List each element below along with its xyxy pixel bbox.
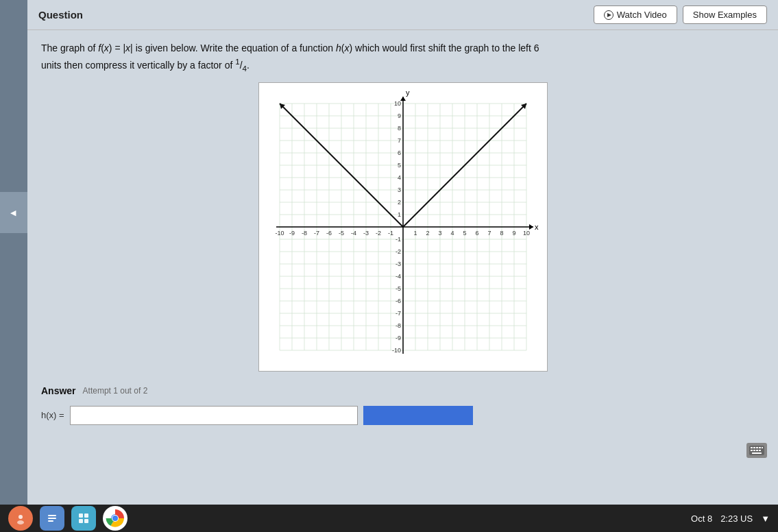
watch-video-button[interactable]: Watch Video <box>594 5 677 24</box>
header-buttons: Watch Video Show Examples <box>594 5 767 24</box>
svg-rect-19 <box>48 520 53 522</box>
math-prefix: h(x) = <box>41 410 64 420</box>
svg-marker-1 <box>607 13 611 17</box>
show-examples-label: Show Examples <box>693 10 757 20</box>
svg-rect-18 <box>48 518 56 519</box>
watch-video-label: Watch Video <box>617 10 667 20</box>
main-container: Question Watch Video Show Examples The g… <box>27 0 778 505</box>
taskbar-right: Oct 8 2:23 US ▼ <box>691 513 770 524</box>
content-area: The graph of f(x) = |x| is given below. … <box>27 30 778 378</box>
svg-rect-9 <box>753 450 755 451</box>
svg-rect-5 <box>756 447 758 448</box>
play-icon <box>604 10 613 20</box>
svg-point-28 <box>112 516 118 521</box>
svg-rect-22 <box>84 513 88 518</box>
taskbar: Oct 8 2:23 US ▼ <box>0 505 778 532</box>
app-taskbar-icon[interactable] <box>71 506 96 531</box>
header: Question Watch Video Show Examples <box>27 0 778 30</box>
answer-input-area: h(x) = <box>27 406 778 425</box>
graph-container <box>41 82 764 372</box>
answer-section: Answer Attempt 1 out of 2 <box>27 378 778 403</box>
taskbar-time: 2:23 US <box>720 513 753 524</box>
show-examples-button[interactable]: Show Examples <box>683 5 767 24</box>
svg-point-14 <box>19 515 23 519</box>
svg-rect-11 <box>759 450 761 451</box>
question-line2: units then compress it vertically by a f… <box>41 60 250 71</box>
taskbar-icons <box>8 506 127 531</box>
svg-rect-7 <box>762 447 763 448</box>
svg-rect-17 <box>48 515 56 516</box>
left-tab[interactable]: ◀ <box>0 192 27 233</box>
svg-rect-21 <box>79 513 83 518</box>
answer-input[interactable] <box>70 406 358 425</box>
chrome-taskbar-icon[interactable] <box>103 506 127 531</box>
attempt-text: Attempt 1 out of 2 <box>83 386 148 396</box>
question-text: The graph of f(x) = |x| is given below. … <box>41 41 658 74</box>
answer-label: Answer <box>41 385 76 396</box>
svg-rect-3 <box>751 447 753 448</box>
function-graph <box>258 82 548 372</box>
search-taskbar-icon[interactable] <box>8 506 33 531</box>
svg-point-15 <box>17 520 24 524</box>
svg-rect-8 <box>751 450 753 451</box>
wifi-indicator: ▼ <box>761 513 770 524</box>
question-line1: The graph of f(x) = |x| is given below. … <box>41 43 539 53</box>
keyboard-svg <box>749 446 764 455</box>
svg-rect-6 <box>759 447 761 448</box>
taskbar-date: Oct 8 <box>691 513 712 524</box>
svg-rect-12 <box>752 452 762 454</box>
svg-rect-4 <box>753 447 755 448</box>
keyboard-icon[interactable] <box>746 443 767 458</box>
submit-button[interactable] <box>363 406 473 425</box>
svg-rect-23 <box>79 519 83 523</box>
svg-rect-24 <box>84 519 88 523</box>
svg-rect-10 <box>756 450 758 451</box>
page-title: Question <box>38 9 83 21</box>
files-taskbar-icon[interactable] <box>40 506 64 531</box>
